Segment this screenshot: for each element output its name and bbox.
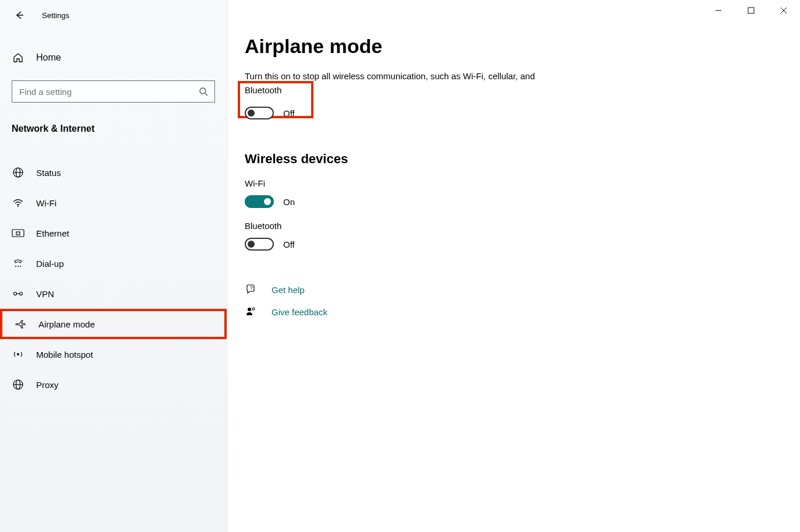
bluetooth-device-label: Bluetooth xyxy=(245,221,783,231)
sidebar-item-wifi[interactable]: Wi-Fi xyxy=(0,188,227,218)
window-title: Settings xyxy=(42,11,69,20)
sidebar-item-airplane-mode[interactable]: Airplane mode xyxy=(0,309,227,339)
help-links: ? Get help Give feedback xyxy=(245,283,783,318)
page-description: Turn this on to stop all wireless commun… xyxy=(245,69,571,97)
airplane-icon xyxy=(14,318,27,330)
svg-point-17 xyxy=(20,293,23,295)
bluetooth-toggle-label: Off xyxy=(283,239,295,249)
wifi-icon xyxy=(12,196,24,209)
hotspot-icon xyxy=(12,348,24,361)
help-icon: ? xyxy=(245,283,258,296)
sidebar-home-label: Home xyxy=(36,52,61,63)
svg-point-10 xyxy=(17,206,19,207)
svg-point-5 xyxy=(200,88,206,94)
sidebar-item-ethernet[interactable]: Ethernet xyxy=(0,218,227,248)
svg-text:?: ? xyxy=(250,285,253,291)
sidebar-item-label: Dial-up xyxy=(36,259,64,269)
sidebar-item-label: Mobile hotspot xyxy=(36,350,93,360)
svg-rect-11 xyxy=(12,230,24,237)
bluetooth-toggle[interactable] xyxy=(245,238,274,251)
svg-point-19 xyxy=(17,353,19,355)
sidebar-item-label: Ethernet xyxy=(36,228,69,238)
main-content: Airplane mode Turn this on to stop all w… xyxy=(227,0,800,532)
sidebar-item-label: Wi-Fi xyxy=(36,198,57,208)
dialup-icon xyxy=(12,257,24,270)
wifi-toggle-label: On xyxy=(283,197,295,207)
svg-point-13 xyxy=(15,266,16,267)
sidebar-item-label: Status xyxy=(36,168,61,178)
airplane-mode-toggle-label: Off xyxy=(283,108,295,118)
sidebar-item-label: VPN xyxy=(36,289,54,299)
sidebar-item-label: Proxy xyxy=(36,380,58,390)
get-help-link[interactable]: Get help xyxy=(272,285,305,295)
wifi-toggle[interactable] xyxy=(245,195,274,208)
proxy-icon xyxy=(12,378,24,391)
page-title: Airplane mode xyxy=(245,35,783,58)
svg-point-16 xyxy=(14,293,17,295)
search-icon xyxy=(199,87,208,96)
sidebar-section-header: Network & Internet xyxy=(0,103,227,134)
sidebar-item-dialup[interactable]: Dial-up xyxy=(0,248,227,279)
svg-point-24 xyxy=(248,308,251,311)
svg-point-14 xyxy=(17,266,19,267)
svg-point-25 xyxy=(252,308,255,310)
ethernet-icon xyxy=(12,227,24,239)
vpn-icon xyxy=(12,287,24,300)
search-input[interactable] xyxy=(12,80,215,103)
sidebar-item-mobile-hotspot[interactable]: Mobile hotspot xyxy=(0,339,227,369)
svg-rect-12 xyxy=(16,232,20,235)
wifi-device-block: Wi-Fi On xyxy=(245,178,783,208)
bluetooth-device-block: Bluetooth Off xyxy=(245,221,783,251)
sidebar-item-status[interactable]: Status xyxy=(0,157,227,188)
airplane-mode-toggle[interactable] xyxy=(245,107,274,119)
give-feedback-link[interactable]: Give feedback xyxy=(272,307,327,317)
feedback-icon xyxy=(245,305,258,318)
status-icon xyxy=(12,166,24,179)
sidebar-nav-list: Status Wi-Fi Ethernet Dial-up VPN xyxy=(0,157,227,400)
sidebar-item-vpn[interactable]: VPN xyxy=(0,279,227,309)
wifi-device-label: Wi-Fi xyxy=(245,178,783,188)
airplane-mode-toggle-row: Off xyxy=(245,107,295,119)
sidebar-item-label: Airplane mode xyxy=(38,319,95,329)
wireless-devices-heading: Wireless devices xyxy=(245,152,783,167)
svg-line-6 xyxy=(205,93,207,96)
sidebar-item-home[interactable]: Home xyxy=(0,41,227,75)
svg-point-15 xyxy=(20,266,21,267)
sidebar-item-proxy[interactable]: Proxy xyxy=(0,369,227,400)
back-icon[interactable] xyxy=(13,9,26,22)
home-icon xyxy=(12,51,24,64)
sidebar: Settings Home Network & Internet Status … xyxy=(0,0,227,532)
